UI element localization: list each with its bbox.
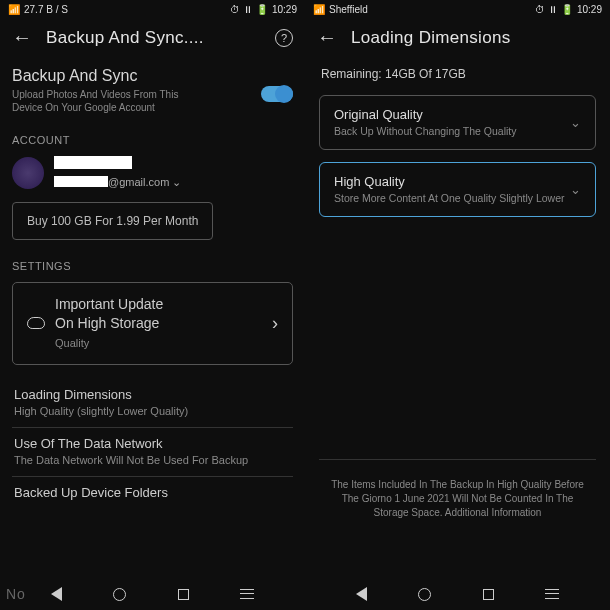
nav-recent-icon[interactable] [178,589,189,600]
header: ← Backup And Sync.... ? [0,18,305,57]
loading-dimensions-row[interactable]: Loading Dimensions High Quality (slightl… [12,379,293,428]
footnote: The Items Included In The Backup In High… [305,468,610,530]
nav-home-icon[interactable] [113,588,126,601]
help-icon[interactable]: ? [275,29,293,47]
nav-back-icon[interactable] [51,587,62,601]
data-network-row[interactable]: Use Of The Data Network The Data Network… [12,428,293,477]
chevron-down-icon: ⌄ [570,115,581,130]
account-label: ACCOUNT [12,134,293,146]
cloud-icon [27,317,45,329]
back-arrow-icon[interactable]: ← [317,26,337,49]
backup-toggle[interactable] [261,86,293,102]
nav-menu-icon[interactable] [545,589,559,599]
remaining-storage: Remaining: 14GB Of 17GB [305,57,610,95]
status-bar: 📶27.7 B / S ⏱ ⏸ 🔋10:29 [0,0,305,18]
redacted-email [54,176,108,187]
high-quality-option[interactable]: High Quality Store More Content At One Q… [319,162,596,217]
nav-menu-icon[interactable] [240,589,254,599]
back-arrow-icon[interactable]: ← [12,26,32,49]
chevron-down-icon[interactable]: ⌄ [172,176,181,188]
avatar [12,157,44,189]
nav-bar [305,578,610,610]
backup-title: Backup And Sync [12,67,178,85]
status-bar: 📶Sheffield ⏱ ⏸ 🔋10:29 [305,0,610,18]
account-row[interactable]: @gmail.com⌄ [12,156,293,190]
backup-sync-toggle-row[interactable]: Backup And Sync Upload Photos And Videos… [12,67,293,114]
backup-subtitle: Upload Photos And Videos From This [12,88,178,101]
page-title: Loading Dimensions [351,28,598,48]
nav-home-icon[interactable] [418,588,431,601]
no-label: No [6,586,26,602]
buy-storage-button[interactable]: Buy 100 GB For 1.99 Per Month [12,202,213,240]
signal-icon: 📶 [313,4,325,15]
device-folders-row[interactable]: Backed Up Device Folders [12,477,293,513]
nav-recent-icon[interactable] [483,589,494,600]
signal-icon: 📶 [8,4,20,15]
header: ← Loading Dimensions [305,18,610,57]
nav-back-icon[interactable] [356,587,367,601]
redacted-name [54,156,132,169]
storage-update-card[interactable]: Important Update On High Storage Quality… [12,282,293,365]
divider [319,459,596,460]
settings-label: SETTINGS [12,260,293,272]
page-title: Backup And Sync.... [46,28,261,48]
chevron-right-icon: › [272,313,278,334]
nav-bar: No [0,578,305,610]
original-quality-option[interactable]: Original Quality Back Up Without Changin… [319,95,596,150]
chevron-down-icon: ⌄ [570,182,581,197]
